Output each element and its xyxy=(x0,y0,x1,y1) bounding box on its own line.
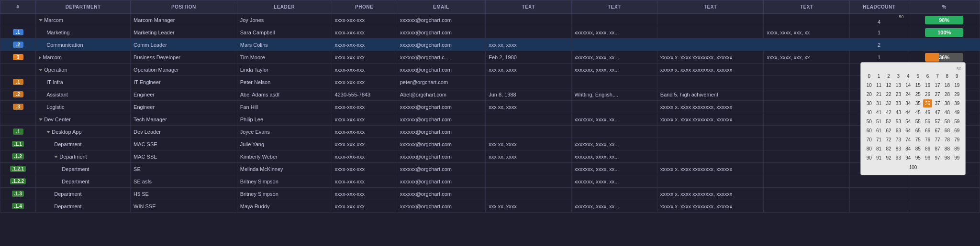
picker-number-37[interactable]: 37 xyxy=(933,99,942,107)
picker-number-45[interactable]: 45 xyxy=(913,108,922,117)
picker-number-8[interactable]: 8 xyxy=(943,72,951,80)
picker-number-4[interactable]: 4 xyxy=(904,72,913,80)
picker-number-27[interactable]: 27 xyxy=(933,90,942,98)
collapse-icon[interactable] xyxy=(39,19,43,21)
picker-number-74[interactable]: 74 xyxy=(904,136,913,144)
picker-number-68[interactable]: 68 xyxy=(943,127,951,135)
picker-number-26[interactable]: 26 xyxy=(923,90,932,98)
collapse-icon[interactable] xyxy=(39,69,43,71)
picker-number-32[interactable]: 32 xyxy=(884,99,893,107)
picker-number-23[interactable]: 23 xyxy=(894,90,902,98)
picker-number-28[interactable]: 28 xyxy=(943,90,951,98)
table-row[interactable]: .1.3DepartmentH5 SEBritney Simpsonxxxx-x… xyxy=(0,188,980,200)
percent-bar-partial[interactable]: 36% xyxy=(925,53,963,62)
picker-number-67[interactable]: 67 xyxy=(933,127,942,135)
picker-number-91[interactable]: 91 xyxy=(874,154,883,162)
picker-number-16[interactable]: 16 xyxy=(923,81,932,89)
picker-number-62[interactable]: 62 xyxy=(884,127,893,135)
table-row[interactable]: 3MarcomBusiness DeveloperTim Moorexxxx-x… xyxy=(0,51,980,64)
picker-number-92[interactable]: 92 xyxy=(884,154,893,162)
picker-number-81[interactable]: 81 xyxy=(874,145,883,153)
picker-number-20[interactable]: 20 xyxy=(865,90,873,98)
table-row[interactable]: OperationOperation ManagerLinda Taylorxx… xyxy=(0,64,980,76)
picker-number-50[interactable]: 50 xyxy=(865,118,873,126)
table-row[interactable]: .1.2.2DepartmentSE asfsBritney Simpsonxx… xyxy=(0,175,980,188)
picker-number-41[interactable]: 41 xyxy=(874,108,883,117)
table-row[interactable]: .2AssistantEngineerAbel Adams asdf4230-5… xyxy=(0,88,980,101)
expand-icon[interactable] xyxy=(39,56,41,60)
picker-number-12[interactable]: 12 xyxy=(884,81,893,89)
percent-cell[interactable] xyxy=(909,188,980,200)
picker-number-9[interactable]: 9 xyxy=(953,72,961,80)
picker-number-70[interactable]: 70 xyxy=(865,136,873,144)
picker-number-14[interactable]: 14 xyxy=(904,81,913,89)
collapse-icon[interactable] xyxy=(46,131,50,133)
picker-number-56[interactable]: 56 xyxy=(923,118,932,126)
picker-number-64[interactable]: 64 xyxy=(904,127,913,135)
picker-number-66[interactable]: 66 xyxy=(923,127,932,135)
picker-number-89[interactable]: 89 xyxy=(953,145,961,153)
number-picker[interactable]: 50 0123456789101112131415161718192021222… xyxy=(860,62,966,175)
picker-number-5[interactable]: 5 xyxy=(913,72,922,80)
table-row[interactable]: .1.2DepartmentMAC SSEKimberly Weberxxxx-… xyxy=(0,150,980,163)
picker-number-53[interactable]: 53 xyxy=(894,118,902,126)
picker-number-85[interactable]: 85 xyxy=(913,145,922,153)
picker-number-22[interactable]: 22 xyxy=(884,90,893,98)
picker-hundred[interactable]: 100 xyxy=(865,164,961,171)
picker-number-7[interactable]: 7 xyxy=(933,72,942,80)
picker-number-90[interactable]: 90 xyxy=(865,154,873,162)
picker-number-76[interactable]: 76 xyxy=(923,136,932,144)
table-row[interactable]: .2CommunicationComm LeaderMars Colinsxxx… xyxy=(0,39,980,51)
picker-number-46[interactable]: 46 xyxy=(923,108,932,117)
collapse-icon[interactable] xyxy=(39,118,43,121)
picker-number-73[interactable]: 73 xyxy=(894,136,902,144)
picker-number-25[interactable]: 25 xyxy=(913,90,922,98)
table-row[interactable]: MarcomMarcom ManagerJoy Jonesxxxx-xxx-xx… xyxy=(0,14,980,26)
picker-number-94[interactable]: 94 xyxy=(904,154,913,162)
picker-number-43[interactable]: 43 xyxy=(894,108,902,117)
table-row[interactable]: .1MarketingMarketing LeaderSara Campbell… xyxy=(0,26,980,39)
picker-number-71[interactable]: 71 xyxy=(874,136,883,144)
table-row[interactable]: .3LogisticEngineerFan Hillxxxx-xxx-xxxxx… xyxy=(0,101,980,113)
picker-number-84[interactable]: 84 xyxy=(904,145,913,153)
picker-number-1[interactable]: 1 xyxy=(874,72,883,80)
picker-number-49[interactable]: 49 xyxy=(953,108,961,117)
picker-number-54[interactable]: 54 xyxy=(904,118,913,126)
percent-cell[interactable]: 98% xyxy=(909,14,980,26)
picker-number-21[interactable]: 21 xyxy=(874,90,883,98)
table-row[interactable]: .1.2.1DepartmentSEMelinda McKinneyxxxx-x… xyxy=(0,163,980,175)
picker-number-18[interactable]: 18 xyxy=(943,81,951,89)
picker-number-95[interactable]: 95 xyxy=(913,154,922,162)
picker-number-98[interactable]: 98 xyxy=(943,154,951,162)
percent-cell[interactable] xyxy=(909,175,980,188)
picker-number-52[interactable]: 52 xyxy=(884,118,893,126)
percent-cell[interactable]: 100% xyxy=(909,26,980,39)
percent-cell[interactable] xyxy=(909,200,980,213)
picker-number-79[interactable]: 79 xyxy=(953,136,961,144)
picker-number-72[interactable]: 72 xyxy=(884,136,893,144)
picker-number-86[interactable]: 86 xyxy=(923,145,932,153)
picker-number-0[interactable]: 0 xyxy=(865,72,873,80)
picker-number-87[interactable]: 87 xyxy=(933,145,942,153)
picker-number-57[interactable]: 57 xyxy=(933,118,942,126)
picker-number-33[interactable]: 33 xyxy=(894,99,902,107)
picker-number-40[interactable]: 40 xyxy=(865,108,873,117)
picker-number-75[interactable]: 75 xyxy=(913,136,922,144)
picker-number-6[interactable]: 6 xyxy=(923,72,932,80)
picker-number-42[interactable]: 42 xyxy=(884,108,893,117)
percent-cell[interactable]: 36% xyxy=(909,51,980,64)
picker-number-3[interactable]: 3 xyxy=(894,72,902,80)
picker-number-17[interactable]: 17 xyxy=(933,81,942,89)
picker-number-47[interactable]: 47 xyxy=(933,108,942,117)
picker-number-24[interactable]: 24 xyxy=(904,90,913,98)
collapse-icon[interactable] xyxy=(54,156,58,158)
picker-number-83[interactable]: 83 xyxy=(894,145,902,153)
picker-number-78[interactable]: 78 xyxy=(943,136,951,144)
picker-number-38[interactable]: 38 xyxy=(943,99,951,107)
picker-number-61[interactable]: 61 xyxy=(874,127,883,135)
picker-number-35[interactable]: 35 xyxy=(913,99,922,107)
picker-number-88[interactable]: 88 xyxy=(943,145,951,153)
table-row[interactable]: .1.1DepartmentMAC SSEJulie Yangxxxx-xxx-… xyxy=(0,138,980,150)
picker-number-63[interactable]: 63 xyxy=(894,127,902,135)
picker-number-30[interactable]: 30 xyxy=(865,99,873,107)
